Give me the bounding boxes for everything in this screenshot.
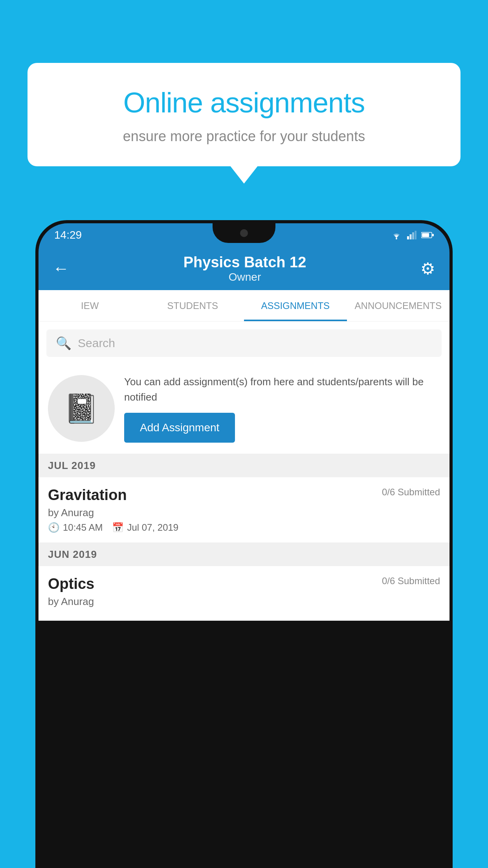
phone-inner: 14:29	[39, 223, 449, 868]
svg-rect-3	[412, 232, 414, 239]
svg-point-0	[396, 238, 397, 239]
promo-text: You can add assignment(s) from here and …	[124, 374, 440, 405]
status-icons	[391, 231, 434, 239]
section-header-jun: JUN 2019	[39, 543, 449, 566]
speech-bubble-subtitle: ensure more practice for your students	[47, 128, 441, 145]
assignment-header-row-optics: Optics 0/6 Submitted	[48, 576, 440, 592]
promo-area: 📓 You can add assignment(s) from here an…	[39, 363, 449, 454]
svg-rect-1	[407, 236, 409, 239]
settings-icon[interactable]: ⚙	[420, 259, 435, 278]
back-button[interactable]: ←	[53, 259, 69, 278]
app-bar: ← Physics Batch 12 Owner ⚙	[39, 247, 449, 290]
notch	[213, 223, 275, 243]
tabs-bar: IEW STUDENTS ASSIGNMENTS ANNOUNCEMENTS	[39, 290, 449, 322]
tab-announcements[interactable]: ANNOUNCEMENTS	[347, 290, 450, 321]
assignment-header-row: Gravitation 0/6 Submitted	[48, 487, 440, 504]
calendar-icon: 📅	[112, 522, 124, 533]
assignment-item-optics[interactable]: Optics 0/6 Submitted by Anurag	[39, 566, 449, 621]
search-container: 🔍 Search	[39, 322, 449, 363]
assignment-item-gravitation[interactable]: Gravitation 0/6 Submitted by Anurag 🕙 10…	[39, 477, 449, 543]
assignment-title: Gravitation	[48, 487, 127, 504]
notch-camera	[240, 229, 248, 237]
tab-students[interactable]: STUDENTS	[141, 290, 244, 321]
wifi-icon	[391, 231, 402, 239]
status-time: 14:29	[54, 229, 82, 241]
app-bar-title: Physics Batch 12	[183, 254, 306, 271]
speech-bubble-title: Online assignments	[47, 86, 441, 119]
assignment-title-optics: Optics	[48, 576, 94, 592]
status-bar: 14:29	[39, 223, 449, 247]
section-header-jul: JUL 2019	[39, 454, 449, 477]
promo-right: You can add assignment(s) from here and …	[124, 374, 440, 443]
battery-icon	[421, 232, 434, 239]
assignment-submitted: 0/6 Submitted	[382, 487, 440, 498]
tab-assignments[interactable]: ASSIGNMENTS	[244, 290, 347, 321]
clock-icon: 🕙	[48, 522, 60, 533]
assignment-author-optics: by Anurag	[48, 596, 440, 608]
svg-rect-7	[432, 234, 434, 236]
screen-content: 🔍 Search 📓 You can add assignment(s) fro…	[39, 322, 449, 621]
svg-rect-2	[410, 234, 412, 239]
app-bar-subtitle: Owner	[183, 271, 306, 283]
assignment-submitted-optics: 0/6 Submitted	[382, 576, 440, 587]
svg-rect-6	[422, 233, 429, 237]
signal-icon	[407, 231, 416, 239]
search-bar[interactable]: 🔍 Search	[46, 329, 442, 357]
assignment-date: 📅 Jul 07, 2019	[112, 522, 178, 533]
speech-bubble-container: Online assignments ensure more practice …	[28, 63, 460, 166]
assignment-meta: 🕙 10:45 AM 📅 Jul 07, 2019	[48, 522, 440, 533]
phone-frame: 14:29	[35, 220, 453, 868]
svg-rect-4	[415, 231, 417, 239]
assignment-time: 🕙 10:45 AM	[48, 522, 103, 533]
notebook-icon: 📓	[64, 392, 99, 425]
add-assignment-button[interactable]: Add Assignment	[124, 413, 235, 443]
assignment-icon-circle: 📓	[48, 375, 115, 442]
search-icon: 🔍	[56, 336, 72, 351]
assignment-author: by Anurag	[48, 507, 440, 519]
tab-iew[interactable]: IEW	[39, 290, 141, 321]
app-bar-title-container: Physics Batch 12 Owner	[183, 254, 306, 283]
search-placeholder: Search	[78, 337, 115, 350]
speech-bubble: Online assignments ensure more practice …	[28, 63, 460, 166]
